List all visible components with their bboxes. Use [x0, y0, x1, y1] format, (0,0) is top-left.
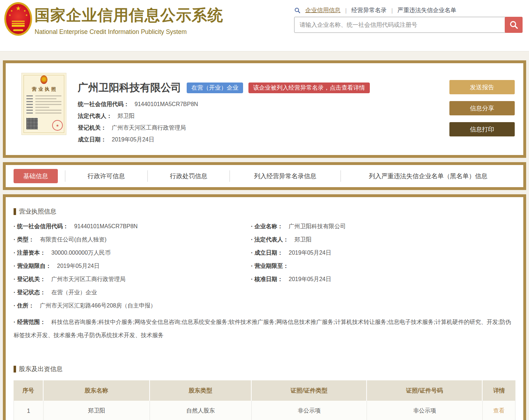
search-input[interactable] — [294, 17, 523, 33]
field-credit-code: 统一社会信用代码：91440101MA5CR7BP8N — [78, 101, 442, 108]
search-icon — [294, 7, 301, 14]
tab-abnormal-list[interactable]: 列入经营异常名录信息 — [230, 170, 341, 182]
page-main: 营业执照 广州卫阳科技有限公司 在营（开业）企业 该企业被列入经营异 — [0, 51, 529, 420]
col-header-name: 股东名称 — [44, 380, 150, 401]
col-header-no: 序号 — [14, 380, 44, 401]
tab-admin-penalty[interactable]: 行政处罚信息 — [147, 170, 230, 182]
company-info: 广州卫阳科技有限公司 在营（开业）企业 该企业被列入经营异常名录，点击查看详情 … — [78, 73, 442, 148]
license-text-lines — [26, 95, 61, 115]
abnormal-alert-badge[interactable]: 该企业被列入经营异常名录，点击查看详情 — [248, 82, 370, 93]
license-qr-code — [26, 118, 38, 129]
emblem-star-icon: ★ — [15, 5, 21, 11]
cell-cert-no: 非公示项 — [367, 401, 483, 420]
license-title: 营业执照 — [22, 86, 66, 92]
shareholder-section-header: 股东及出资信息 — [14, 365, 515, 373]
business-scope-text: 科技信息咨询服务;科技中介服务;网络安全信息咨询;信息系统安全服务;软件技术推广… — [14, 319, 511, 338]
license-info-row: · 注册资本：30000.000000万人民币 · 成立日期：2019年05月2… — [14, 249, 515, 256]
license-info-row: · 住所：广州市天河区汇彩路466号208房（自主申报） — [14, 302, 515, 309]
company-summary-panel: 营业执照 广州卫阳科技有限公司 在营（开业）企业 该企业被列入经营异 — [3, 60, 526, 158]
tab-blacklist[interactable]: 列入严重违法失信企业名单（黑名单）信息 — [341, 170, 515, 182]
table-header-row: 序号 股东名称 股东类型 证照/证件类型 证照/证件号码 详情 — [14, 380, 515, 401]
license-info-row: · 登记机关：广州市天河区工商行政管理局 · 核准日期：2019年05月24日 — [14, 276, 515, 283]
nav-link-abnormal-list[interactable]: 经营异常名录 — [351, 6, 387, 14]
view-detail-link[interactable]: 查看 — [493, 407, 505, 415]
site-title: 国家企业信用信息公示系统 — [35, 5, 223, 26]
search-icon — [509, 20, 519, 30]
status-badge: 在营（开业）企业 — [187, 82, 243, 93]
site-brand: 国家企业信用信息公示系统 National Enterprise Credit … — [35, 5, 223, 36]
search-box — [294, 17, 523, 33]
tab-basic-info[interactable]: 基础信息 — [14, 169, 58, 183]
business-license-image: 营业执照 — [21, 73, 66, 135]
nav-separator: | — [391, 7, 393, 14]
nav-separator: | — [345, 7, 347, 14]
action-buttons: 发送报告 信息分享 信息打印 — [449, 80, 515, 148]
cell-cert-type: 非公示项 — [252, 401, 367, 420]
tabs-panel: 基础信息 行政许可信息 行政处罚信息 列入经营异常名录信息 列入严重违法失信企业… — [3, 162, 526, 190]
nav-link-enterprise-credit[interactable]: 企业信用信息 — [305, 6, 341, 14]
section-title: 股东及出资信息 — [19, 365, 63, 373]
top-nav: 企业信用信息 | 经营异常名录 | 严重违法失信企业名单 — [294, 6, 457, 14]
site-subtitle: National Enterprise Credit Information P… — [35, 28, 223, 36]
send-report-button[interactable]: 发送报告 — [449, 80, 515, 94]
cell-no: 1 — [14, 401, 44, 420]
field-legal-rep: 法定代表人：郑卫阳 — [78, 112, 442, 120]
license-info-row: · 统一社会信用代码：91440101MA5CR7BP8N · 企业名称：广州卫… — [14, 223, 515, 230]
shareholder-section: 股东及出资信息 序号 股东名称 股东类型 证照/证件类型 证照/证件号码 详情 … — [14, 365, 515, 420]
site-header: ★ ★★ ★★ 国家企业信用信息公示系统 National Enterprise… — [0, 0, 529, 51]
col-header-detail: 详情 — [483, 380, 515, 401]
emblem-gate-shape — [12, 21, 25, 27]
license-red-seal — [52, 120, 63, 131]
field-establish-date: 成立日期：2019年05月24日 — [78, 136, 442, 143]
info-print-button[interactable]: 信息打印 — [449, 122, 515, 136]
content-panel: 营业执照信息 · 统一社会信用代码：91440101MA5CR7BP8N · 企… — [3, 194, 526, 420]
business-scope: · 经营范围：科技信息咨询服务;科技中介服务;网络安全信息咨询;信息系统安全服务… — [14, 315, 515, 342]
col-header-type: 股东类型 — [150, 380, 252, 401]
license-info-row: · 营业期限自：2019年05月24日 · 营业期限至： — [14, 262, 515, 270]
cell-shareholder-type: 自然人股东 — [150, 401, 252, 420]
nav-link-blacklist[interactable]: 严重违法失信企业名单 — [398, 6, 457, 14]
info-share-button[interactable]: 信息分享 — [449, 101, 515, 115]
field-reg-authority: 登记机关：广州市天河区工商行政管理局 — [78, 124, 442, 131]
section-marker — [14, 366, 16, 372]
col-header-cert-no: 证照/证件号码 — [367, 380, 483, 401]
shareholder-table: 序号 股东名称 股东类型 证照/证件类型 证照/证件号码 详情 1 郑卫阳 自然… — [14, 380, 515, 420]
section-marker — [14, 208, 16, 215]
company-name: 广州卫阳科技有限公司 — [78, 81, 181, 95]
license-info-row: · 类型：有限责任公司(自然人独资) · 法定代表人：郑卫阳 — [14, 236, 515, 243]
search-button[interactable] — [505, 17, 523, 33]
tab-admin-license[interactable]: 行政许可信息 — [65, 170, 147, 182]
emblem-gear-shape — [13, 29, 23, 31]
license-info-row: · 登记状态：在营（开业）企业 — [14, 289, 515, 296]
table-row: 1 郑卫阳 自然人股东 非公示项 非公示项 查看 — [14, 401, 515, 420]
col-header-cert-type: 证照/证件类型 — [252, 380, 367, 401]
license-info-section-header: 营业执照信息 — [14, 207, 515, 216]
section-title: 营业执照信息 — [19, 207, 56, 216]
license-emblem-icon — [40, 75, 47, 84]
national-emblem-logo: ★ ★★ ★★ — [4, 2, 32, 36]
cell-shareholder-name: 郑卫阳 — [44, 401, 150, 420]
